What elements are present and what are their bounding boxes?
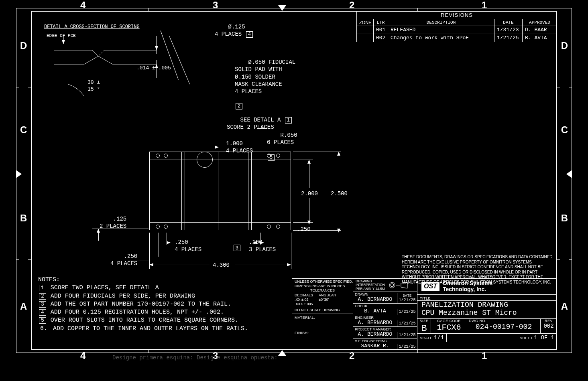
rev-desc: RELEASED xyxy=(388,26,494,34)
tol-line: DECIMALS xyxy=(295,293,319,298)
scale-value: 1/1 xyxy=(434,334,444,341)
flag-3-icon: 3 xyxy=(39,301,46,308)
rev-date: 1/31/23 xyxy=(494,26,523,34)
zone-num-1-bot: 1 xyxy=(482,350,487,361)
flag-1-icon: 1 xyxy=(39,285,46,291)
detail-a-angle: 30 ± 15 ° xyxy=(87,79,100,93)
callout-reg-holes: Ø.125 4 PLACES 4 xyxy=(215,16,254,45)
flag-5-icon: 5 xyxy=(39,317,46,324)
note-text: OVER ROUT SLOTS INTO RAILS TO CREATE SQU… xyxy=(51,317,238,324)
zone-num-4-bot: 4 xyxy=(80,350,85,361)
svg-marker-9 xyxy=(62,40,65,44)
flag-4-icon: 4 xyxy=(39,309,46,316)
zone-num-1-top: 1 xyxy=(482,0,487,11)
callout-fiducial: Ø.050 FIDUCIAL SOLID PAD WITH Ø.150 SOLD… xyxy=(235,51,295,117)
check-date: 1/21/25 xyxy=(397,309,417,315)
callout-text: Ø.050 FIDUCIAL SOLID PAD WITH Ø.150 SOLD… xyxy=(235,59,295,95)
projection-icon xyxy=(388,282,408,289)
note-text: ADD THE OST PART NUMBER 170-00197-002 TO… xyxy=(51,301,231,308)
zone-letter-a-right: A xyxy=(561,301,568,312)
flag-4-icon: 4 xyxy=(246,31,253,38)
drawing-title-2: CPU Mezzanine ST Micro xyxy=(421,309,553,317)
note-num: 6. xyxy=(38,325,49,332)
zone-num-2-top: 2 xyxy=(349,0,354,11)
drawing-viewport[interactable]: D C B A D C B A 4 3 2 1 4 3 2 1 REVISION… xyxy=(16,8,572,353)
dim-height-2500: 2.500 xyxy=(331,190,348,197)
zone-letter-d-left: D xyxy=(20,40,27,51)
zone-num-4-top: 4 xyxy=(80,0,85,11)
zone-letter-a-left: A xyxy=(20,301,27,312)
dim-height-2000: 2.000 xyxy=(301,190,318,197)
note-row: 1 SCORE TWO PLACES, SEE DETAIL A xyxy=(38,284,248,292)
check-name: B. AVTA xyxy=(353,308,397,315)
note-text: ADD FOUR 0.125 REGISTRATION HOLES, NPT +… xyxy=(51,309,224,316)
callout-text: SEE DETAIL A xyxy=(240,117,281,123)
tol-line: .XX ±.02 xyxy=(295,298,319,302)
material-label: MATERIAL: xyxy=(295,316,315,320)
rev-hd-ltr: LTR xyxy=(374,19,388,26)
rev-zone xyxy=(357,34,374,42)
vpe-date: 1/21/25 xyxy=(397,344,417,350)
flag-2-icon: 2 xyxy=(39,293,46,300)
finish-label: FINISH: xyxy=(295,331,309,335)
zone-letter-c-left: C xyxy=(20,124,27,136)
rev-appr: D. BAAR xyxy=(523,26,557,34)
title-block: UNLESS OTHERWISE SPECIFIED: DIMENSIONS A… xyxy=(292,278,557,350)
note-row: 5 OVER ROUT SLOTS INTO RAILS TO CREATE S… xyxy=(38,316,248,324)
tol-line: .XXX ±.005 xyxy=(295,302,350,306)
dim-250-b: .250 4 PLACES xyxy=(175,239,201,253)
note-row: 4 ADD FOUR 0.125 REGISTRATION HOLES, NPT… xyxy=(38,308,248,316)
zone-letter-b-left: B xyxy=(20,213,27,224)
rev-value: 002 xyxy=(541,323,557,329)
tol-line: UNLESS OTHERWISE SPECIFIED: xyxy=(295,280,350,284)
rev-desc: Changes to work with SPoE xyxy=(388,34,494,42)
rev-hd-zone: ZONE xyxy=(357,19,374,26)
rev-zone xyxy=(357,26,374,34)
sig-label: DRAWN xyxy=(353,292,397,296)
notes-block: NOTES: 1 SCORE TWO PLACES, SEE DETAIL A … xyxy=(38,276,248,333)
dim-edge-125: .125 2 PLACES xyxy=(100,215,126,230)
interp-label: DRAWING INTERPRETATION PER ANSI Y-14.5M xyxy=(356,280,385,291)
revisions-title: REVISIONS xyxy=(357,11,557,19)
size-label: SIZE xyxy=(417,319,431,323)
pm-date: 1/21/25 xyxy=(397,332,417,338)
note-row: 3 ADD THE OST PART NUMBER 170-00197-002 … xyxy=(38,300,248,308)
dim-rail-250: .250 xyxy=(297,226,311,233)
rev-date: 1/21/25 xyxy=(494,34,523,42)
tol-line: DO NOT SCALE DRAWING xyxy=(295,308,350,312)
flag-3-icon: 3 xyxy=(234,245,240,251)
detail-a-thickness: .014 ± .005 xyxy=(136,65,171,72)
flag-2-icon: 2 xyxy=(236,103,242,109)
svg-marker-5 xyxy=(155,46,158,50)
svg-point-10 xyxy=(391,284,394,287)
eng-name: A. BERNARDO xyxy=(353,320,397,326)
rev-appr: B. AVTA xyxy=(523,34,557,42)
tol-line: ±0°30' xyxy=(319,298,329,302)
date-label: DATE xyxy=(399,294,416,298)
rev-hd-appr: APPROVED xyxy=(523,19,557,26)
logo-mark: OST xyxy=(421,282,439,291)
flag-1-icon: 1 xyxy=(285,117,292,124)
drawn-name: A. BERNARDO xyxy=(353,296,397,303)
zone-letter-d-right: D xyxy=(561,40,568,51)
note-row: 2 ADD FOUR FIDUCIALS PER SIDE, PER DRAWI… xyxy=(38,292,248,300)
rev-hd-desc: DESCRIPTION xyxy=(388,19,494,26)
command-line[interactable]: Designe primera esquina: Designe esquina… xyxy=(112,355,278,361)
drawing-title-1: PANELIZATION DRAWING xyxy=(421,301,553,309)
cage-value: 1FCX6 xyxy=(431,323,467,332)
drawn-date: 1/21/25 xyxy=(399,298,415,302)
tol-line: TOLERANCES xyxy=(295,288,350,293)
dim-250-a: .250 4 PLACES xyxy=(110,253,137,267)
zone-letter-b-right: B xyxy=(561,213,568,224)
note-text: ADD COPPER TO THE INNER AND OUTER LAYERS… xyxy=(53,325,248,332)
note-text: SCORE TWO PLACES, SEE DETAIL A xyxy=(51,284,159,291)
company-logo: OST Omnitron SystemsTechnology, Inc. xyxy=(417,279,557,295)
rev-label: REV xyxy=(541,319,557,323)
sig-label: V.P. ENGINEERING xyxy=(353,338,397,343)
sheet-value: 1 OF 1 xyxy=(534,334,554,341)
eng-date: 1/21/25 xyxy=(397,320,417,326)
company-name-1: Omnitron Systems xyxy=(443,280,492,286)
panel-outline xyxy=(149,152,291,230)
zone-num-3-top: 3 xyxy=(213,0,218,11)
callout-text: R.050 6 PLACES xyxy=(267,132,297,146)
